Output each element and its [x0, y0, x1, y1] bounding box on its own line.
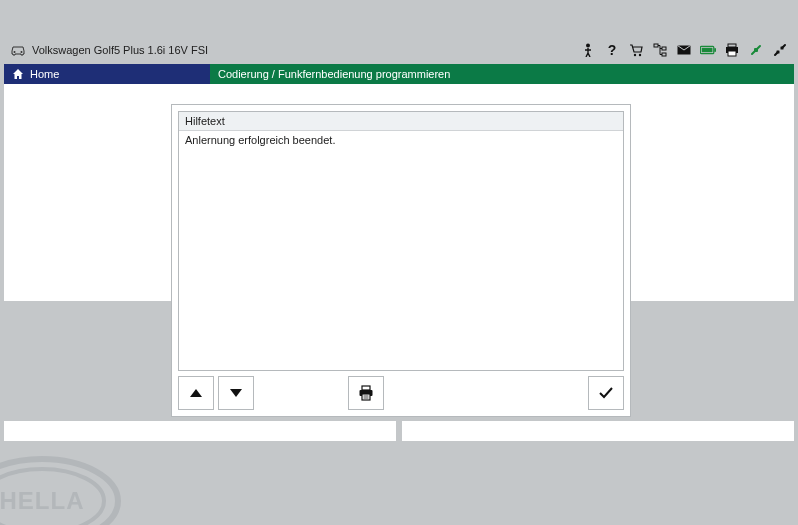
- svg-text:?: ?: [608, 43, 617, 57]
- nav-path: Codierung / Funkfernbedienung programmie…: [210, 64, 794, 84]
- main-area: Hilfetext Anlernung erfolgreich beendet.: [4, 84, 794, 521]
- help-dialog: Hilfetext Anlernung erfolgreich beendet.: [171, 104, 631, 417]
- svg-point-25: [0, 469, 104, 525]
- cart-icon[interactable]: [628, 42, 644, 58]
- tree-icon[interactable]: [652, 42, 668, 58]
- status-icons: ?: [580, 42, 788, 58]
- dialog-header: Hilfetext: [179, 112, 623, 131]
- dialog-body: Anlernung erfolgreich beendet.: [179, 131, 623, 370]
- home-icon: [12, 68, 24, 80]
- nav-bar: Home Codierung / Funkfernbedienung progr…: [4, 64, 794, 84]
- check-icon: [598, 386, 614, 400]
- svg-point-0: [14, 51, 16, 53]
- content-lower-right: [402, 421, 794, 441]
- print-button[interactable]: [348, 376, 384, 410]
- svg-rect-13: [728, 44, 736, 47]
- vehicle-label: Volkswagen Golf5 Plus 1.6i 16V FSI: [32, 44, 208, 56]
- svg-rect-16: [754, 48, 758, 52]
- person-icon[interactable]: [580, 42, 596, 58]
- svg-rect-15: [728, 51, 736, 56]
- status-bar: Volkswagen Golf5 Plus 1.6i 16V FSI ?: [4, 36, 794, 64]
- confirm-button[interactable]: [588, 376, 624, 410]
- help-icon[interactable]: ?: [604, 42, 620, 58]
- svg-rect-18: [781, 47, 784, 50]
- triangle-up-icon: [189, 388, 203, 398]
- svg-rect-11: [714, 48, 716, 52]
- car-icon: [10, 44, 26, 56]
- svg-point-2: [586, 44, 590, 48]
- svg-rect-8: [662, 53, 666, 56]
- scroll-down-button[interactable]: [218, 376, 254, 410]
- svg-rect-7: [662, 47, 666, 50]
- svg-rect-6: [654, 44, 658, 47]
- mail-icon[interactable]: [676, 42, 692, 58]
- printer-icon: [358, 385, 374, 401]
- svg-text:HELLA: HELLA: [0, 487, 85, 514]
- svg-rect-21: [362, 394, 370, 400]
- svg-point-1: [21, 51, 23, 53]
- triangle-down-icon: [229, 388, 243, 398]
- svg-point-24: [0, 459, 118, 525]
- nav-home[interactable]: Home: [4, 64, 210, 84]
- svg-rect-17: [777, 51, 780, 54]
- battery-icon[interactable]: [700, 42, 716, 58]
- svg-point-5: [639, 54, 641, 56]
- nav-home-label: Home: [30, 68, 59, 80]
- nav-path-label: Codierung / Funkfernbedienung programmie…: [218, 68, 450, 80]
- print-icon[interactable]: [724, 42, 740, 58]
- svg-rect-12: [702, 48, 713, 52]
- content-lower-left: [4, 421, 396, 441]
- svg-rect-19: [362, 386, 370, 390]
- dialog-button-row: [178, 376, 624, 410]
- plug-disconnected-icon[interactable]: [772, 42, 788, 58]
- plug-connected-icon[interactable]: [748, 42, 764, 58]
- brand-watermark: HELLA: [0, 443, 140, 525]
- svg-point-4: [634, 54, 636, 56]
- scroll-up-button[interactable]: [178, 376, 214, 410]
